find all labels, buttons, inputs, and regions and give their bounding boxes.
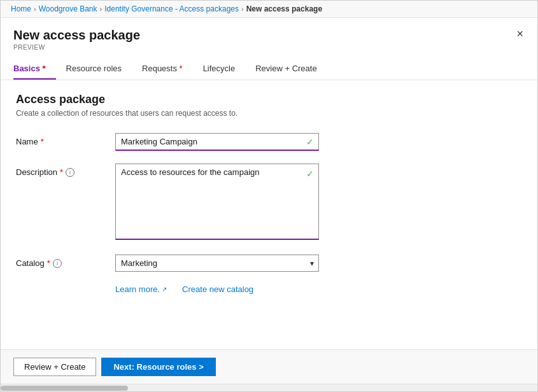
tab-basics[interactable]: Basics * bbox=[13, 59, 56, 80]
description-input-wrap: Access to resources for the campaign ✓ bbox=[115, 164, 319, 242]
description-label: Description * i bbox=[16, 164, 105, 177]
breadcrumb-sep-1: › bbox=[34, 5, 36, 13]
name-input-wrap: ✓ bbox=[115, 133, 319, 151]
tabs-bar: Basics * Resource roles Requests * Lifec… bbox=[13, 59, 525, 80]
breadcrumb: Home › Woodgrove Bank › Identity Governa… bbox=[1, 1, 537, 18]
panel-footer: Review + Create Next: Resource roles > bbox=[1, 349, 537, 384]
breadcrumb-current: New access package bbox=[246, 4, 322, 13]
section-title: Access package bbox=[16, 93, 522, 106]
name-input[interactable] bbox=[115, 133, 319, 151]
catalog-info-icon[interactable]: i bbox=[53, 259, 62, 268]
close-button[interactable]: × bbox=[513, 27, 527, 41]
catalog-select[interactable]: Marketing General Sales HR bbox=[115, 255, 319, 272]
name-check-icon: ✓ bbox=[306, 137, 314, 147]
learn-more-link[interactable]: Learn more. ↗ bbox=[115, 284, 167, 294]
review-create-button[interactable]: Review + Create bbox=[13, 358, 96, 376]
catalog-select-wrap: Marketing General Sales HR ▾ bbox=[115, 255, 319, 272]
external-link-icon: ↗ bbox=[162, 286, 167, 293]
tab-lifecycle[interactable]: Lifecycle bbox=[193, 59, 246, 80]
description-input[interactable]: Access to resources for the campaign bbox=[115, 164, 319, 240]
tab-resource-roles[interactable]: Resource roles bbox=[56, 59, 132, 80]
breadcrumb-woodgrove[interactable]: Woodgrove Bank bbox=[39, 4, 97, 13]
catalog-label: Catalog * i bbox=[16, 255, 105, 268]
description-check-icon: ✓ bbox=[306, 169, 314, 179]
create-new-catalog-link[interactable]: Create new catalog bbox=[182, 284, 253, 294]
panel-header: New access package PREVIEW × Basics * Re… bbox=[1, 18, 537, 80]
scrollbar-thumb[interactable] bbox=[1, 386, 128, 391]
description-info-icon[interactable]: i bbox=[66, 168, 74, 177]
description-field-row: Description * i Access to resources for … bbox=[16, 164, 522, 242]
catalog-field-row: Catalog * i Marketing General Sales HR ▾ bbox=[16, 255, 522, 272]
name-field-row: Name * ✓ bbox=[16, 133, 522, 151]
panel-title: New access package bbox=[13, 28, 525, 43]
breadcrumb-identity-governance[interactable]: Identity Governance - Access packages bbox=[104, 4, 239, 13]
tab-requests[interactable]: Requests * bbox=[132, 59, 193, 80]
breadcrumb-home[interactable]: Home bbox=[11, 4, 31, 13]
breadcrumb-sep-3: › bbox=[241, 5, 244, 13]
tab-review-create[interactable]: Review + Create bbox=[245, 59, 327, 80]
section-subtitle: Create a collection of resources that us… bbox=[16, 109, 522, 118]
breadcrumb-sep-2: › bbox=[100, 5, 103, 13]
next-resource-roles-button[interactable]: Next: Resource roles > bbox=[101, 358, 215, 376]
horizontal-scrollbar[interactable] bbox=[1, 384, 537, 391]
panel-preview-label: PREVIEW bbox=[13, 44, 525, 51]
name-label: Name * bbox=[16, 133, 105, 146]
links-row: Learn more. ↗ Create new catalog bbox=[115, 284, 522, 294]
panel-body: Access package Create a collection of re… bbox=[1, 80, 537, 349]
